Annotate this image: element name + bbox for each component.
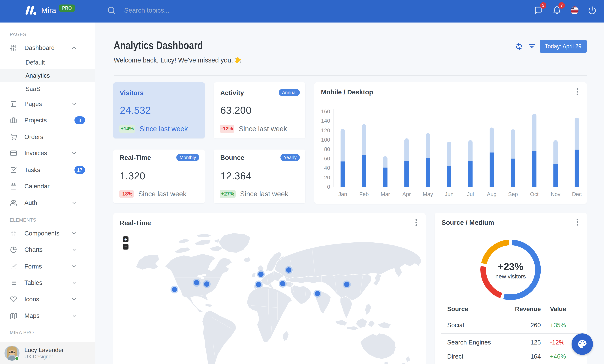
svg-text:140: 140	[321, 118, 330, 124]
svg-text:May: May	[423, 191, 433, 197]
svg-text:80: 80	[324, 146, 330, 152]
svg-text:Jun: Jun	[445, 191, 453, 197]
svg-text:40: 40	[324, 165, 330, 171]
svg-text:Jul: Jul	[467, 191, 474, 197]
svg-text:Apr: Apr	[402, 191, 411, 197]
svg-text:Sep: Sep	[508, 191, 518, 197]
svg-text:Nov: Nov	[551, 191, 560, 197]
svg-text:Feb: Feb	[359, 191, 369, 197]
svg-text:20: 20	[324, 175, 330, 180]
svg-text:Dec: Dec	[572, 191, 582, 197]
svg-text:Mar: Mar	[381, 191, 390, 197]
svg-text:120: 120	[321, 127, 330, 133]
svg-text:Jan: Jan	[338, 191, 347, 197]
svg-text:Aug: Aug	[487, 191, 497, 197]
svg-text:160: 160	[321, 108, 330, 114]
svg-text:100: 100	[321, 137, 330, 143]
svg-text:Oct: Oct	[530, 191, 539, 197]
svg-text:0: 0	[327, 184, 330, 190]
svg-text:60: 60	[324, 156, 330, 162]
